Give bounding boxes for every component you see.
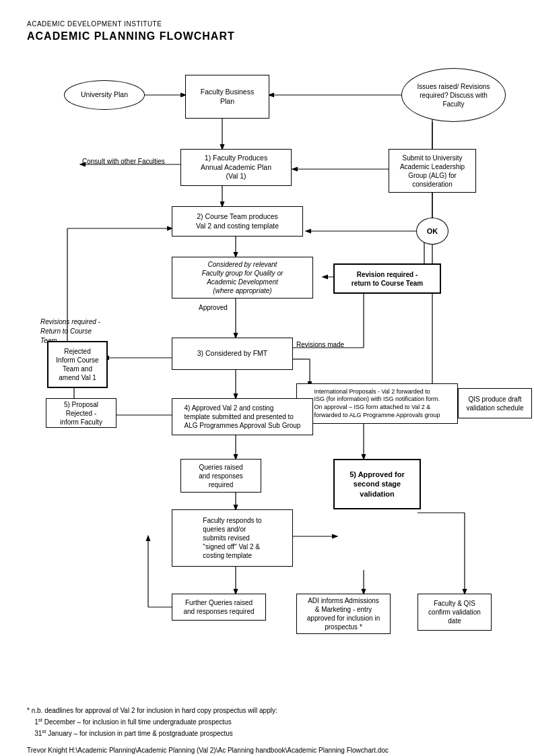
course-team-produces: 2) Course Team producesVal 2 and costing… <box>172 206 303 237</box>
footer: * n.b. deadlines for approval of Val 2 f… <box>27 705 507 756</box>
revision-required-course: Revision required -return to Course Team <box>333 263 441 294</box>
approved-val2: 4) Approved Val 2 and costingtemplate su… <box>172 398 313 435</box>
rejected-box: RejectedInform CourseTeam andamend Val 1 <box>47 341 108 388</box>
considered-fmt: 3) Considered by FMT <box>172 338 293 370</box>
international-proposals: International Proposals - Val 2 forwarde… <box>296 383 458 424</box>
header-subtitle: ACADEMIC DEVELOPMENT INSTITUTE <box>27 20 507 28</box>
further-queries: Further Queries raisedand responses requ… <box>172 594 266 621</box>
line2-date: 31 <box>34 730 42 738</box>
approved-label: Approved <box>199 304 228 311</box>
issues-raised: Issues raised/ Revisionsrequired? Discus… <box>401 68 506 122</box>
qis-draft: QIS produce draftvalidation schedule <box>458 388 532 418</box>
faculty-qis: Faculty & QISconfirm validationdate <box>418 594 492 631</box>
line1-text: December – for inclusion in full time un… <box>42 718 232 726</box>
footer-note-main: * n.b. deadlines for approval of Val 2 f… <box>27 707 277 714</box>
header-title: ACADEMIC PLANNING FLOWCHART <box>27 30 507 42</box>
proposal-rejected: 5) Proposal Rejected -inform Faculty <box>46 398 116 428</box>
submit-university: Submit to UniversityAcademic LeadershipG… <box>389 149 476 193</box>
flowchart: University Plan Faculty BusinessPlan Iss… <box>27 55 507 695</box>
adi-informs: ADI informs Admissions& Marketing - entr… <box>296 594 391 634</box>
faculty-business-plan: Faculty BusinessPlan <box>185 75 269 119</box>
consult-label: Consult with other Faculties <box>82 158 165 165</box>
university-plan: University Plan <box>64 80 145 110</box>
queries-raised: Queries raisedand responsesrequired <box>180 459 261 493</box>
faculty-produces: 1) Faculty ProducesAnnual Academic Plan(… <box>180 149 292 186</box>
faculty-responds: Faculty responds toqueries and/orsubmits… <box>172 509 293 567</box>
line2-text: January – for inclusion in part time & p… <box>46 730 232 738</box>
revisions-made-label: Revisions made <box>296 341 344 348</box>
ok-circle: OK <box>416 218 448 245</box>
footer-reference: Trevor Knight H:\Academic Planning\Acade… <box>27 747 389 754</box>
approved-second-stage: 5) Approved forsecond stagevalidation <box>333 459 421 509</box>
considered-faculty: Considered by relevantFaculty group for … <box>172 257 313 298</box>
